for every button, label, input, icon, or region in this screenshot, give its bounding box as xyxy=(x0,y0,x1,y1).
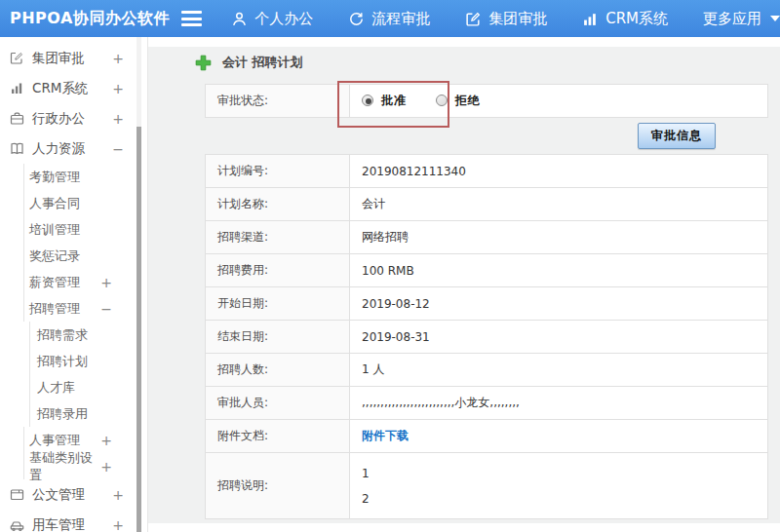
field-value-attachment: 附件下载 xyxy=(350,420,768,453)
sidebar-item-label: 用车管理 xyxy=(32,516,85,532)
sidebar-item-recruit-plan[interactable]: 招聘计划 xyxy=(29,348,147,374)
field-label: 附件文档: xyxy=(206,420,350,453)
field-value-recruit-cost: 100 RMB xyxy=(350,254,768,287)
sidebar-item-document-mgmt[interactable]: 公文管理+ xyxy=(0,479,147,510)
field-label: 审批状态: xyxy=(206,85,350,118)
description-line: 2 xyxy=(362,486,756,512)
sidebar-item-label: 考勤管理 xyxy=(29,169,80,186)
field-row-recruit-desc: 招聘说明:12 xyxy=(206,453,768,519)
sidebar-item-label: 公文管理 xyxy=(32,486,85,504)
content-panel: 会计 招聘计划 审批状态: 批准 拒绝 xyxy=(148,47,780,523)
sidebar-item-label: 基础类别设置 xyxy=(29,449,100,484)
collapse-minus-icon[interactable]: − xyxy=(100,301,112,317)
caret-down-icon xyxy=(770,16,780,21)
detail-table-body: 计划编号:20190812111340计划名称:会计招聘渠道:网络招聘招聘费用:… xyxy=(206,155,768,519)
radio-option-reject[interactable]: 拒绝 xyxy=(436,93,481,109)
sidebar-item-reward-punish-record[interactable]: 奖惩记录 xyxy=(23,243,147,269)
field-label: 结束日期: xyxy=(206,321,350,354)
sidebar-item-training-mgmt[interactable]: 培训管理 xyxy=(23,216,147,243)
expand-plus-icon[interactable]: + xyxy=(100,459,112,475)
edit-icon xyxy=(465,11,482,27)
field-row-start-date: 开始日期:2019-08-12 xyxy=(206,287,768,321)
sidebar-item-human-resources[interactable]: 人力资源− xyxy=(0,133,147,164)
sidebar-item-base-category-settings[interactable]: 基础类别设置+ xyxy=(23,453,147,479)
sidebar-item-label: 招聘录用 xyxy=(37,405,88,423)
sidebar-item-crm-system[interactable]: CRM系统+ xyxy=(0,73,147,103)
field-value-approvers: ,,,,,,,,,,,,,,,,,,,,,,,,,小龙女,,,,,,,, xyxy=(350,387,768,420)
nav-personal-office[interactable]: 个人办公 xyxy=(231,10,313,28)
sidebar-item-recruit-demand[interactable]: 招聘需求 xyxy=(29,322,147,348)
nav-more-apps[interactable]: 更多应用 xyxy=(703,10,780,28)
sidebar-item-label: 人才库 xyxy=(37,379,75,397)
field-label: 招聘说明: xyxy=(206,453,350,519)
approval-status-row: 审批状态: 批准 拒绝 xyxy=(206,85,768,118)
expand-plus-icon[interactable]: + xyxy=(100,433,112,448)
nav-label: 个人办公 xyxy=(254,10,313,28)
sidebar-menu: 集团审批+CRM系统+行政办公+人力资源−考勤管理人事合同培训管理奖惩记录薪资管… xyxy=(0,43,147,532)
expand-plus-icon[interactable]: + xyxy=(100,275,112,290)
field-value-plan-name: 会计 xyxy=(350,188,768,221)
sidebar-item-group-approval[interactable]: 集团审批+ xyxy=(0,43,147,73)
approval-info-button[interactable]: 审批信息 xyxy=(638,123,716,149)
sidebar-item-recruit-mgmt[interactable]: 招聘管理− xyxy=(23,295,147,322)
radio-label: 批准 xyxy=(381,93,407,109)
field-label: 招聘费用: xyxy=(206,254,350,287)
history-icon xyxy=(348,11,365,27)
recruit-plan-form: 审批状态: 批准 拒绝 xyxy=(205,84,768,519)
expand-plus-icon[interactable]: + xyxy=(112,487,124,503)
book-icon xyxy=(10,141,24,156)
sidebar-item-salary-mgmt[interactable]: 薪资管理+ xyxy=(23,269,147,295)
sidebar-item-label: 招聘管理 xyxy=(29,300,80,318)
sidebar-item-attendance-mgmt[interactable]: 考勤管理 xyxy=(23,164,147,190)
sidebar-item-hr-contract[interactable]: 人事合同 xyxy=(23,190,147,216)
nav-crm-system[interactable]: CRM系统 xyxy=(582,10,668,28)
sidebar-item-label: 薪资管理 xyxy=(29,274,80,291)
approval-status-value: 批准 拒绝 xyxy=(350,85,768,118)
attachment-download-link[interactable]: 附件下载 xyxy=(362,429,409,442)
briefcase-icon xyxy=(10,111,24,126)
page-title: 会计 招聘计划 xyxy=(195,53,768,72)
document-icon xyxy=(10,487,24,502)
field-label: 招聘人数: xyxy=(206,354,350,387)
page-title-text: 会计 招聘计划 xyxy=(222,54,303,71)
radio-option-approve[interactable]: 批准 xyxy=(362,93,407,109)
sidebar-item-label: 人事合同 xyxy=(29,195,80,212)
sidebar-item-label: 人事管理 xyxy=(29,432,80,449)
field-label: 计划编号: xyxy=(206,155,350,188)
sidebar-item-vehicle-mgmt[interactable]: 用车管理+ xyxy=(0,510,147,532)
sidebar-item-label: 奖惩记录 xyxy=(29,247,80,265)
sidebar: 集团审批+CRM系统+行政办公+人力资源−考勤管理人事合同培训管理奖惩记录薪资管… xyxy=(0,37,148,532)
field-value-recruit-count: 1 人 xyxy=(350,354,768,387)
nav-label: 集团审批 xyxy=(488,10,547,28)
radio-unselected-icon[interactable] xyxy=(436,95,448,106)
hamburger-menu-icon[interactable] xyxy=(181,11,202,26)
nav-label: 更多应用 xyxy=(703,10,761,28)
sidebar-scrollbar-thumb[interactable] xyxy=(136,127,141,532)
expand-plus-icon[interactable]: + xyxy=(112,81,124,96)
field-row-plan-name: 计划名称:会计 xyxy=(206,188,768,221)
approval-status-table: 审批状态: 批准 拒绝 xyxy=(205,84,768,118)
sidebar-item-label: CRM系统 xyxy=(32,80,88,97)
radio-selected-icon[interactable] xyxy=(362,95,373,106)
sidebar-item-admin-office[interactable]: 行政办公+ xyxy=(0,103,147,133)
field-row-recruit-count: 招聘人数:1 人 xyxy=(206,354,768,387)
sidebar-item-talent-pool[interactable]: 人才库 xyxy=(29,374,147,400)
person-icon xyxy=(231,11,248,27)
plus-icon[interactable] xyxy=(195,55,212,71)
collapse-minus-icon[interactable]: − xyxy=(112,141,124,157)
sidebar-item-label: 人力资源 xyxy=(32,140,85,158)
sidebar-item-label: 集团审批 xyxy=(32,50,85,67)
expand-plus-icon[interactable]: + xyxy=(112,51,124,66)
expand-plus-icon[interactable]: + xyxy=(112,517,124,532)
field-value-recruit-channel: 网络招聘 xyxy=(350,221,768,254)
sidebar-item-recruit-hire[interactable]: 招聘录用 xyxy=(29,400,147,427)
nav-workflow-approval[interactable]: 流程审批 xyxy=(348,10,430,28)
expand-plus-icon[interactable]: + xyxy=(112,111,124,127)
nav-group-approval[interactable]: 集团审批 xyxy=(465,10,547,28)
field-row-attachment: 附件文档:附件下载 xyxy=(206,420,768,453)
edit-square-icon xyxy=(10,51,24,65)
field-value-end-date: 2019-08-31 xyxy=(350,321,768,354)
nav-label: CRM系统 xyxy=(605,10,668,28)
app-logo[interactable]: PHPOA协同办公软件 xyxy=(0,9,181,29)
detail-table: 计划编号:20190812111340计划名称:会计招聘渠道:网络招聘招聘费用:… xyxy=(205,154,768,519)
